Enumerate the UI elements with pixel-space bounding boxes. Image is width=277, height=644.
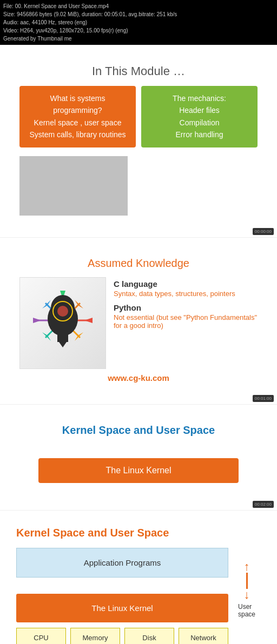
brain-image: [19, 277, 106, 369]
svg-point-17: [57, 306, 68, 317]
card-left: What is systems programming? Kernel spac…: [19, 86, 136, 147]
cpu-box: CPU: [16, 628, 66, 644]
diagram-arrows: ↑ ↓ Userspace ↑ ↓ Kernelspace: [228, 548, 261, 644]
lang1-title: C language: [114, 279, 258, 289]
module-cards: What is systems programming? Kernel spac…: [19, 86, 258, 147]
diagram-section: Kernel Space and User Space Application …: [9, 519, 268, 644]
info-line1: File: 00. Kernel Space and User Space.mp…: [3, 2, 274, 10]
linux-kernel-button-1[interactable]: The Linux Kernel: [38, 458, 239, 483]
module-section: In This Module … What is systems program…: [0, 45, 277, 238]
watermark: www.cg-ku.com: [19, 373, 258, 383]
kernel-section-1: Kernel Space and User Space The Linux Ke…: [0, 405, 277, 511]
app-programs-box: Application Programs: [16, 548, 228, 578]
timestamp-3: 00:02:00: [253, 501, 274, 508]
timestamp-2: 00:01:00: [253, 395, 274, 402]
user-space-label: Userspace: [238, 603, 255, 618]
video-thumbnail: [19, 156, 128, 216]
card-left-line3: System calls, library routines: [28, 129, 127, 140]
arrow-up-icon: ↑: [244, 561, 250, 573]
card-right: The mechanics: Header files Compilation …: [141, 86, 258, 147]
card-right-line1: The mechanics:: [150, 92, 249, 104]
card-left-line1: What is systems programming?: [28, 92, 127, 117]
info-line3: Audio: aac, 44100 Hz, stereo (eng): [3, 18, 274, 26]
user-kernel-gap: [16, 578, 228, 594]
arrow-down-icon: ↓: [244, 589, 250, 601]
timestamp-1: 00:00:00: [253, 228, 274, 235]
info-line4: Video: H264, yuv420p, 1280x720, 15.00 fp…: [3, 26, 274, 35]
lang2-title: Python: [114, 303, 258, 312]
assumed-content: C language Syntax, data types, structure…: [19, 277, 258, 369]
memory-box: Memory: [70, 628, 120, 644]
linux-kernel-box: The Linux Kernel: [16, 594, 228, 622]
card-right-line4: Error handling: [150, 129, 249, 140]
info-bar: File: 00. Kernel Space and User Space.mp…: [0, 0, 277, 45]
network-box: Network: [179, 628, 228, 644]
assumed-heading: Assumed Knowledge: [19, 257, 258, 270]
lang1-desc: Syntax, data types, structures, pointers: [114, 290, 258, 298]
kernel-heading-1: Kernel Space and User Space: [19, 424, 258, 437]
info-line2: Size: 9456866 bytes (9.02 MiB), duration…: [3, 10, 274, 18]
svg-marker-19: [59, 342, 67, 347]
assumed-section: Assumed Knowledge: [0, 238, 277, 405]
svg-rect-18: [57, 332, 68, 342]
disk-box: Disk: [124, 628, 174, 644]
module-title: In This Module …: [19, 64, 258, 78]
diagram-main: Application Programs The Linux Kernel CP…: [16, 548, 228, 644]
assumed-text: C language Syntax, data types, structure…: [114, 277, 258, 335]
lang2-desc: Not essential (but see "Python Fundament…: [114, 313, 258, 330]
kernel-section-2: Kernel Space and User Space Application …: [0, 511, 277, 644]
card-right-line3: Compilation: [150, 117, 249, 129]
arrow-line-user: [246, 573, 248, 589]
hardware-row: CPU Memory Disk Network: [16, 628, 228, 644]
info-line5: Generated by Thumbnail me: [3, 35, 274, 43]
card-right-line2: Header files: [150, 104, 249, 116]
slide-bottom: [19, 151, 258, 216]
card-left-line2: Kernel space , user space: [28, 117, 127, 129]
user-space-arrow-group: ↑ ↓ Userspace: [238, 561, 255, 618]
diagram-heading: Kernel Space and User Space: [16, 527, 261, 539]
